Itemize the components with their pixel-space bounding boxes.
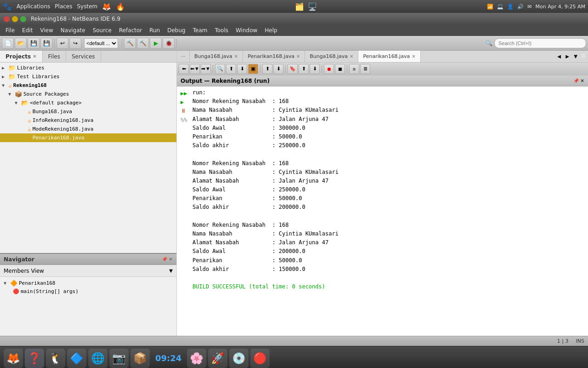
clean-build-button[interactable]: 🔨 [137,38,149,49]
et-next-bookmark[interactable]: ⬇ [310,64,320,74]
redo-button[interactable]: ↪ [69,38,81,49]
navigator-title: Navigator [4,256,34,263]
taskbar-camera[interactable]: 📷 [109,349,129,368]
configuration-select[interactable]: <default ... [84,38,118,48]
projects-tab-close[interactable]: ✕ [33,54,36,59]
taskbar-linux[interactable]: 🐧 [46,349,65,368]
tab-nav-left[interactable]: ◀ [555,52,563,62]
insert-mode: INS [576,338,584,344]
editor-tab-penarikan168-2[interactable]: Penarikan168.java ✕ [358,51,420,62]
title-bar: Rekening168 - NetBeans IDE 6.9 [0,13,588,25]
navigator-pin-button[interactable]: 📌 [162,257,167,262]
taskbar-disk[interactable]: 💿 [229,349,249,368]
places-menu[interactable]: Places [55,3,72,10]
open-file-button[interactable]: 📂 [15,38,27,49]
nav-method-main[interactable]: 🔴 main(String[] args) [4,288,173,295]
et-back-button[interactable]: ⬅ [179,64,189,74]
taskbar-firefox[interactable]: 🦊 [4,349,23,368]
taskbar-help[interactable]: ❓ [25,349,44,368]
minimize-button[interactable] [12,16,18,22]
et-stop-button[interactable]: ⏹ [335,64,345,74]
tab-maximize[interactable]: ⬜ [580,52,588,62]
et-forward-button[interactable]: ➡▼ [201,64,211,74]
editor-tab-bunga168-1[interactable]: Bunga168.java ✕ [190,51,243,62]
tab-close-icon[interactable]: ✕ [296,54,300,59]
menu-edit[interactable]: Edit [18,26,36,34]
tree-item-inforekening168[interactable]: ☕ InfoRekening168.java [0,116,176,125]
debug-button[interactable]: 🐞 [163,38,175,49]
close-button[interactable] [4,16,10,22]
tree-item-penarikan168[interactable]: ☕ Penarikan168.java [0,133,176,142]
menu-navigate[interactable]: Navigate [57,26,89,34]
menu-team[interactable]: Team [189,26,211,34]
editor-tab-penarikan168-1[interactable]: Penarikan168.java ✕ [243,51,305,62]
left-panel: Projects ✕ Files Services ▶ 📁 Libraries [0,51,177,336]
tab-close-icon[interactable]: ✕ [412,54,415,59]
et-prev-bookmark[interactable]: ⬆ [299,64,309,74]
run-button[interactable]: ▶ [150,38,162,49]
toolbar-separator3 [176,39,177,48]
tree-item-moderekening168[interactable]: ☕ ModeRekening168.java [0,125,176,133]
new-file-button[interactable]: 📄 [2,38,14,49]
et-diff-button[interactable]: ≣ [360,64,370,74]
tab-nav-list[interactable]: ▼ [571,52,580,62]
tab-close-icon[interactable]: ✕ [350,54,353,59]
services-tab[interactable]: Services [66,51,101,62]
build-button[interactable]: 🔨 [124,38,136,49]
applications-menu[interactable]: Applications [17,3,50,10]
menu-tools[interactable]: Tools [211,26,232,34]
et-fold-button[interactable]: ⬆ [262,64,272,74]
search-input[interactable] [494,38,586,48]
undo-button[interactable]: ↩ [57,38,68,49]
members-view-dropdown[interactable]: ▼ [169,268,173,273]
save-all-button[interactable]: 💾 [40,38,52,49]
maximize-button[interactable] [20,16,26,22]
editor-tabs: ··· Bunga168.java ✕ Penarikan168.java ✕ … [177,51,588,63]
et-tasks-button[interactable]: ≡ [349,64,359,74]
menu-window[interactable]: Window [232,26,261,34]
taskbar-cpu[interactable]: 🌸 [187,349,206,368]
tab-close-icon[interactable]: ✕ [234,54,238,59]
taskbar-mail[interactable]: 🚀 [208,349,227,368]
projects-tab[interactable]: Projects ✕ [0,51,43,62]
tab-overflow-button[interactable]: ··· [177,51,190,62]
editor-tab-bunga168-2[interactable]: Bunga168.java ✕ [305,51,358,62]
save-button[interactable]: 💾 [28,38,40,49]
tree-item-default-package[interactable]: ▼ 📂 <default package> [0,98,176,107]
taskbar-netbeans[interactable]: 🔷 [67,349,86,368]
output-close-button[interactable]: ✕ [581,78,584,83]
menu-file[interactable]: File [2,26,18,34]
et-history-button[interactable]: ⬅▼ [190,64,200,74]
tree-item-bunga168[interactable]: ☕ Bunga168.java [0,107,176,116]
menu-view[interactable]: View [36,26,57,34]
et-bookmark-button[interactable]: 🔖 [288,64,298,74]
output-pin-button[interactable]: 📌 [573,78,579,83]
search-box[interactable]: 🔍 [486,38,586,48]
tree-item-test-libraries[interactable]: ▶ 📁 Test Libraries [0,72,176,81]
et-unfold-button[interactable]: ⬇ [273,64,283,74]
tree-item-rekening168[interactable]: ▼ ☕ Rekening168 [0,81,176,90]
menu-source[interactable]: Source [89,26,115,34]
tab-nav-right[interactable]: ▶ [563,52,571,62]
et-record-button[interactable]: ⏺ [324,64,334,74]
menu-debug[interactable]: Debug [164,26,189,34]
et-highlight-button[interactable]: ▣ [248,64,258,74]
window-title: Rekening168 - NetBeans IDE 6.9 [31,16,120,22]
taskbar-archive[interactable]: 📦 [130,349,150,368]
et-search-button[interactable]: 🔍 [215,64,225,74]
navigator-close-button[interactable]: ✕ [169,257,173,262]
system-menu[interactable]: System [77,3,97,10]
et-prev-button[interactable]: ⬆ [226,64,236,74]
et-next-button[interactable]: ⬇ [237,64,247,74]
taskbar-monitor[interactable]: 🔴 [250,349,270,368]
nav-class-penarikan168[interactable]: ▼ 🔶 Penarikan168 [4,279,173,288]
menu-help[interactable]: Help [261,26,281,34]
system-tray: 📶 💻 👤 🔊 ✉️ Mon Apr 4, 9:25 AM [487,4,585,10]
menu-refactor[interactable]: Refactor [115,26,146,34]
tree-item-source-packages[interactable]: ▼ 📦 Source Packages [0,90,176,98]
menu-run[interactable]: Run [146,26,164,34]
menu-bar: File Edit View Navigate Source Refactor … [0,25,588,36]
tree-item-libraries[interactable]: ▶ 📁 Libraries [0,63,176,72]
files-tab[interactable]: Files [43,51,66,62]
taskbar-globe[interactable]: 🌐 [88,349,107,368]
